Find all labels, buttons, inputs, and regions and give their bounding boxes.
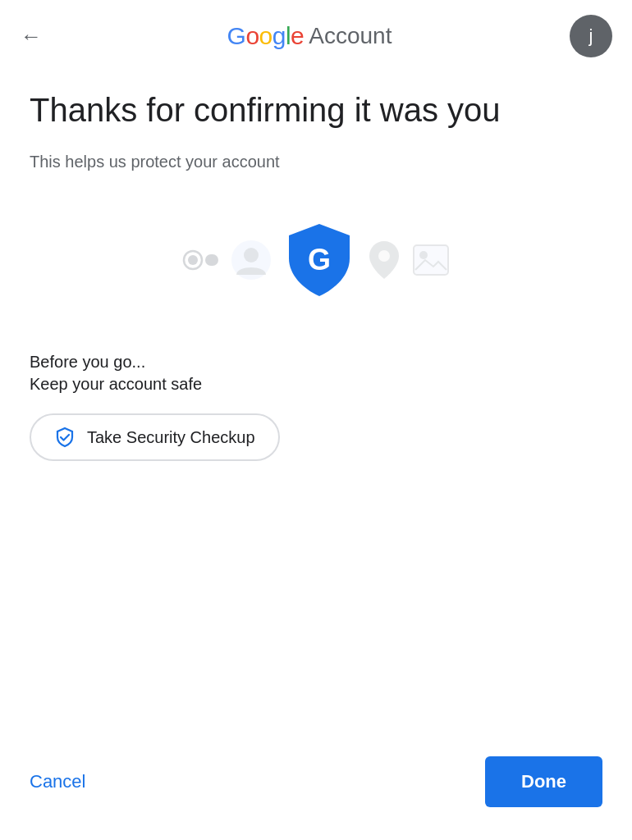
security-checkup-button[interactable]: Take Security Checkup bbox=[30, 413, 280, 461]
header-title: Google Account bbox=[49, 22, 570, 50]
done-button[interactable]: Done bbox=[485, 756, 602, 807]
svg-text:G: G bbox=[308, 243, 331, 276]
svg-point-8 bbox=[419, 251, 428, 259]
page-title: Thanks for confirming it was you bbox=[30, 90, 602, 130]
before-title: Before you go... bbox=[30, 353, 602, 372]
eye-toggle-icon bbox=[182, 248, 220, 272]
google-shield-icon: G bbox=[282, 221, 356, 299]
bottom-actions: Cancel Done bbox=[0, 756, 632, 807]
person-icon bbox=[230, 239, 272, 281]
google-logo: Google bbox=[227, 22, 305, 50]
security-checkup-label: Take Security Checkup bbox=[87, 428, 255, 447]
cancel-button[interactable]: Cancel bbox=[30, 763, 85, 801]
svg-point-6 bbox=[378, 250, 390, 262]
account-text: Account bbox=[309, 23, 392, 49]
svg-point-4 bbox=[244, 248, 259, 262]
main-content: Thanks for confirming it was you This he… bbox=[0, 66, 632, 494]
before-section: Before you go... Keep your account safe … bbox=[30, 353, 602, 461]
back-arrow-icon: ← bbox=[21, 25, 42, 47]
image-icon bbox=[412, 244, 450, 276]
back-button[interactable]: ← bbox=[13, 18, 49, 54]
before-subtitle: Keep your account safe bbox=[30, 375, 602, 394]
avatar[interactable]: j bbox=[570, 15, 612, 57]
svg-rect-2 bbox=[205, 254, 218, 266]
subtitle: This helps us protect your account bbox=[30, 153, 602, 171]
svg-rect-7 bbox=[414, 245, 448, 275]
shield-check-icon bbox=[54, 427, 76, 448]
location-pin-icon bbox=[366, 240, 402, 281]
header: ← Google Account j bbox=[0, 0, 632, 66]
svg-point-1 bbox=[188, 255, 198, 265]
icon-row: G bbox=[30, 221, 602, 299]
